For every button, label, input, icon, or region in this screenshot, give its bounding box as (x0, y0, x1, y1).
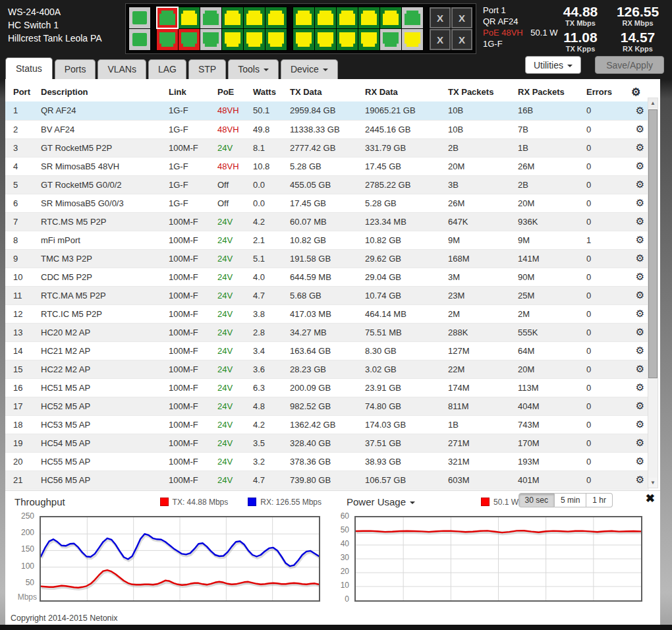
port-settings-gear-icon[interactable]: ⚙ (636, 160, 644, 171)
port-settings-gear-icon[interactable]: ⚙ (636, 400, 644, 411)
port-settings-gear-icon[interactable]: ⚙ (636, 363, 644, 374)
port-cell[interactable] (293, 7, 314, 28)
tab-status[interactable]: Status (5, 57, 53, 79)
port-cell[interactable] (380, 29, 401, 50)
port-settings-gear-icon[interactable]: ⚙ (636, 455, 644, 467)
port-settings-gear-icon[interactable]: ⚙ (636, 252, 644, 264)
cell-rx: 75.51 MB (361, 323, 444, 341)
close-icon[interactable]: ✖ (646, 493, 655, 504)
col-watts: Watts (249, 82, 286, 101)
port-row-16[interactable]: 16HC51 M5 AP100M-F24V6.3200.09 GB23.91 G… (5, 378, 649, 397)
port-cell[interactable] (200, 29, 221, 50)
port-row-11[interactable]: 11RTC.MA M5 P2P100M-F24V4.75.68 GB10.74 … (5, 286, 649, 304)
port-cell[interactable] (244, 7, 265, 28)
port-settings-gear-icon[interactable]: ⚙ (636, 105, 644, 116)
port-settings-gear-icon[interactable]: ⚙ (636, 123, 644, 134)
scroll-down-button[interactable]: ▼ (648, 478, 658, 488)
port-row-3[interactable]: 3GT RocketM5 P2P100M-F24V8.12777.42 GB33… (5, 138, 649, 157)
scrollbar-thumb[interactable] (648, 109, 658, 378)
port-cell[interactable] (315, 29, 336, 50)
port-settings-gear-icon[interactable]: ⚙ (636, 142, 644, 153)
port-row-4[interactable]: 4SR MimosaB5 48VH1G-F48VH10.85.28 GB17.4… (5, 157, 649, 175)
scroll-up-button[interactable]: ▲ (648, 98, 658, 108)
port-settings-gear-icon[interactable]: ⚙ (636, 271, 644, 282)
port-settings-gear-icon[interactable]: ⚙ (636, 289, 644, 301)
port-settings-gear-icon[interactable]: ⚙ (636, 215, 644, 227)
port-settings-gear-icon[interactable]: ⚙ (636, 418, 644, 430)
port-settings-gear-icon[interactable]: ⚙ (636, 345, 644, 356)
period-button-30-sec[interactable]: 30 sec (518, 493, 555, 507)
sfp-slot-cell[interactable]: X (430, 7, 451, 28)
port-row-6[interactable]: 6SR MimosaB5 G0/0/31G-FOff0.017.45 GB5.2… (5, 194, 649, 212)
tab-vlans[interactable]: VLANs (98, 59, 146, 79)
cell-txp: 20M (444, 157, 514, 175)
port-settings-gear-icon[interactable]: ⚙ (636, 474, 644, 485)
port-cell[interactable] (244, 29, 265, 50)
cell-rx: 331.79 GB (361, 138, 444, 157)
port-cell[interactable] (402, 29, 423, 50)
port-cell[interactable] (337, 29, 358, 50)
port-row-14[interactable]: 14HC21 M2 AP100M-F24V3.4163.64 GB8.30 GB… (5, 341, 649, 360)
cell-rxp: 2M (514, 304, 582, 323)
port-settings-gear-icon[interactable]: ⚙ (636, 179, 644, 190)
port-cell[interactable] (179, 7, 200, 28)
port-cell[interactable] (402, 7, 423, 28)
port-settings-gear-icon[interactable]: ⚙ (636, 382, 644, 393)
port-cell[interactable] (266, 29, 287, 50)
port-row-2[interactable]: 2BV AF241G-F48VH49.811338.33 GB2445.16 G… (5, 120, 649, 138)
rj45-plug-icon (361, 32, 377, 47)
port-settings-gear-icon[interactable]: ⚙ (636, 326, 644, 337)
port-cell[interactable] (358, 29, 379, 50)
save-apply-button[interactable]: Save/Apply (595, 56, 664, 74)
tab-lag[interactable]: LAG (148, 59, 186, 79)
port-row-1[interactable]: 1QR AF241G-F48VH50.12959.84 GB19065.21 G… (5, 101, 649, 120)
sfp-slot-cell[interactable]: X (451, 29, 472, 50)
port-cell[interactable] (157, 29, 178, 50)
port-cell[interactable] (337, 7, 358, 28)
port-cell[interactable] (358, 7, 379, 28)
port-row-9[interactable]: 9TMC M3 P2P100M-F24V5.1191.58 GB29.62 GB… (5, 249, 649, 268)
port-column (129, 7, 150, 50)
port-settings-gear-icon[interactable]: ⚙ (636, 197, 644, 208)
port-cell[interactable] (266, 7, 287, 28)
utilities-button[interactable]: Utilities (525, 56, 581, 74)
port-settings-gear-icon[interactable]: ⚙ (636, 234, 644, 245)
tab-device[interactable]: Device (281, 59, 338, 79)
tab-tools[interactable]: Tools (228, 59, 279, 79)
legend-item: TX: 44.88 Mbps (160, 498, 229, 507)
port-row-13[interactable]: 13HC20 M2 AP100M-F24V2.834.27 MB75.51 MB… (5, 323, 649, 341)
port-cell[interactable] (293, 29, 314, 50)
port-cell[interactable] (200, 7, 221, 28)
power-usage-dropdown[interactable]: Power Usage (347, 496, 415, 507)
port-row-8[interactable]: 8mFi mPort100M-F24V2.110.82 GB10.82 GB9M… (5, 231, 649, 249)
port-settings-gear-icon[interactable]: ⚙ (636, 437, 644, 448)
port-cell[interactable] (157, 7, 178, 28)
column-settings-gear-icon[interactable]: ⚙ (631, 86, 640, 98)
port-row-15[interactable]: 15HC22 M2 AP100M-F24V3.628.23 GB3.02 GB2… (5, 360, 649, 378)
port-row-5[interactable]: 5GT RocketM5 G0/0/21G-FOff0.0455.05 GB27… (5, 175, 649, 194)
port-settings-gear-icon[interactable]: ⚙ (636, 308, 644, 319)
port-cell[interactable] (222, 29, 243, 50)
sfp-slot-cell[interactable]: X (451, 7, 472, 28)
port-row-19[interactable]: 19HC54 M5 AP100M-F24V3.5328.40 GB37.51 G… (5, 434, 649, 452)
port-row-12[interactable]: 12RTC.IC M5 P2P100M-F24V3.8417.03 MB464.… (5, 304, 649, 323)
stats-rx-column: 126.55 RX Mbps 14.57 RX Kpps (609, 4, 667, 55)
tab-ports[interactable]: Ports (55, 59, 96, 79)
port-row-17[interactable]: 17HC52 M5 AP100M-F24V4.8982.52 GB74.80 G… (5, 397, 649, 415)
tab-stp[interactable]: STP (188, 59, 226, 79)
port-cell[interactable] (129, 29, 150, 50)
sfp-slot-cell[interactable]: X (430, 29, 451, 50)
port-row-20[interactable]: 20HC55 M5 AP100M-F24V3.2378.36 GB38.93 G… (5, 452, 649, 471)
period-button-5-min[interactable]: 5 min (555, 493, 586, 507)
port-cell[interactable] (179, 29, 200, 50)
port-row-21[interactable]: 21HC56 M5 AP100M-F24V4.7739.80 GB106.57 … (5, 471, 649, 489)
port-cell[interactable] (315, 7, 336, 28)
port-row-7[interactable]: 7RTC.MS M5 P2P100M-F24V4.260.07 MB123.34… (5, 212, 649, 231)
period-button-1-hr[interactable]: 1 hr (586, 493, 613, 507)
port-cell[interactable] (380, 7, 401, 28)
table-scrollbar[interactable]: ▲ ▼ (648, 98, 658, 488)
port-cell[interactable] (129, 7, 150, 28)
port-row-18[interactable]: 18HC53 M5 AP100M-F24V4.21362.42 GB174.03… (5, 415, 649, 434)
port-row-10[interactable]: 10CDC M5 P2P100M-F24V4.0644.59 MB29.04 G… (5, 268, 649, 286)
port-cell[interactable] (222, 7, 243, 28)
